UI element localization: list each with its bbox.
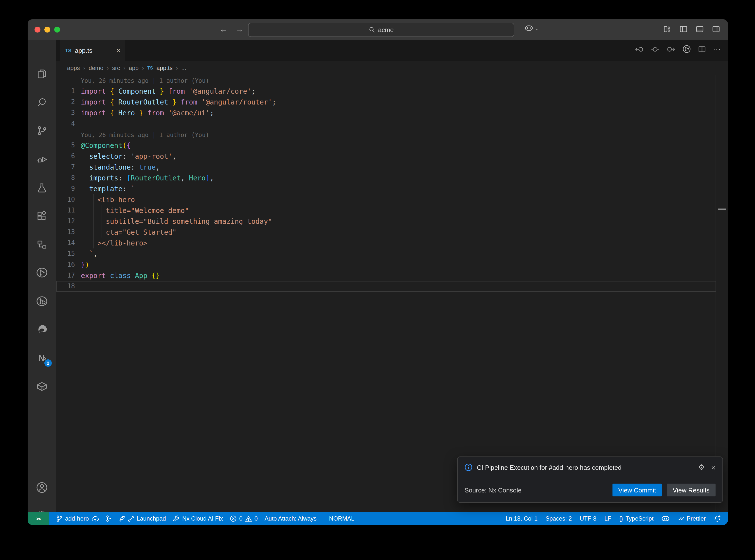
code-row[interactable]: 3import { Hero } from '@acme/ui'; bbox=[56, 107, 728, 118]
sidebar-item-hierarchy[interactable] bbox=[27, 233, 56, 256]
cursor-position-status-item[interactable]: Ln 18, Col 1 bbox=[506, 515, 538, 522]
code-row[interactable]: 7 standalone: true, bbox=[56, 162, 728, 173]
toggle-primary-sidebar-icon[interactable] bbox=[679, 25, 688, 33]
sidebar-item-testing[interactable] bbox=[27, 176, 56, 200]
branch-status-item[interactable]: add-hero bbox=[56, 515, 99, 522]
beaker-icon bbox=[36, 182, 48, 194]
language-status-item[interactable]: {}TypeScript bbox=[619, 515, 653, 522]
toggle-secondary-sidebar-icon[interactable] bbox=[712, 25, 720, 33]
close-window-button[interactable] bbox=[35, 27, 40, 33]
breadcrumb-item[interactable]: app bbox=[129, 64, 139, 71]
split-editor-icon[interactable] bbox=[698, 46, 706, 53]
code-row[interactable]: 9 template: ` bbox=[56, 183, 728, 194]
accounts-button[interactable] bbox=[27, 476, 56, 499]
commit-graph-status-item[interactable] bbox=[105, 515, 112, 522]
command-center-search[interactable]: acme bbox=[248, 23, 514, 37]
code-text: import { Hero } from '@acme/ui'; bbox=[81, 109, 214, 117]
code-row[interactable]: 14 ></lib-hero> bbox=[56, 238, 728, 248]
eol-status-item[interactable]: LF bbox=[604, 515, 611, 522]
editor[interactable]: You, 26 minutes ago | 1 author (You)1imp… bbox=[56, 75, 728, 512]
files-icon bbox=[36, 68, 48, 80]
search-value: acme bbox=[378, 26, 394, 34]
code-row[interactable]: 18 bbox=[56, 281, 716, 292]
breadcrumb-file[interactable]: app.ts bbox=[157, 64, 173, 71]
customize-layout-icon[interactable] bbox=[663, 25, 671, 33]
nx-cloud-fix-status-item[interactable]: Nx Cloud AI Fix bbox=[173, 515, 223, 522]
code-row[interactable]: 17export class App {} bbox=[56, 270, 728, 281]
gitlens-current-icon[interactable] bbox=[651, 46, 659, 53]
sidebar-item-gitlens[interactable] bbox=[27, 261, 56, 284]
code-text: subtitle="Build something amazing today" bbox=[81, 217, 272, 225]
code-row[interactable]: 1import { Component } from '@angular/cor… bbox=[56, 86, 728, 97]
sidebar-item-source-control[interactable] bbox=[27, 119, 56, 142]
commit-graph-icon[interactable] bbox=[682, 45, 691, 53]
sidebar-item-containers[interactable] bbox=[27, 375, 56, 398]
prettier-status-item[interactable]: ✓✓ Prettier bbox=[678, 515, 706, 522]
tab-close-icon[interactable]: × bbox=[116, 46, 120, 54]
notification-toast: CI Pipeline Execution for #add-hero has … bbox=[457, 457, 723, 503]
sidebar-item-explorer[interactable] bbox=[27, 62, 56, 86]
view-commit-button[interactable]: View Commit bbox=[613, 484, 662, 496]
vim-mode-status-item[interactable]: -- NORMAL -- bbox=[323, 515, 360, 522]
code-row[interactable]: 13 cta="Get Started" bbox=[56, 227, 728, 238]
code-row[interactable]: 12 subtitle="Build something amazing tod… bbox=[56, 216, 728, 227]
minimize-window-button[interactable] bbox=[44, 27, 50, 33]
breadcrumb-tail[interactable]: ... bbox=[181, 64, 186, 71]
more-actions-icon[interactable]: ··· bbox=[713, 45, 721, 53]
breadcrumb-item[interactable]: src bbox=[112, 64, 120, 71]
code-row[interactable]: 15 `, bbox=[56, 248, 728, 259]
code-row[interactable]: 16}) bbox=[56, 259, 728, 270]
sidebar-item-nx-console[interactable]: N› 2 bbox=[27, 346, 56, 370]
remote-indicator[interactable]: >< bbox=[27, 512, 49, 525]
sidebar-item-run-debug[interactable] bbox=[27, 147, 56, 171]
code-text: }) bbox=[81, 261, 89, 269]
history-back-button[interactable]: ← bbox=[219, 24, 228, 36]
indentation-label: Spaces: 2 bbox=[545, 515, 572, 522]
line-number: 17 bbox=[56, 270, 75, 281]
indent-guide bbox=[85, 162, 85, 173]
problems-status-item[interactable]: 0 0 bbox=[230, 515, 258, 522]
copilot-status-item[interactable] bbox=[661, 515, 670, 522]
code-row[interactable]: 8 imports: [RouterOutlet, Hero], bbox=[56, 173, 728, 183]
nx-icon: N› 2 bbox=[36, 352, 48, 365]
line-number: 8 bbox=[56, 173, 75, 183]
code-text: cta="Get Started" bbox=[81, 228, 177, 236]
view-results-button[interactable]: View Results bbox=[667, 484, 716, 496]
sidebar-item-search[interactable] bbox=[27, 91, 56, 114]
tab-app-ts[interactable]: TS app.ts × bbox=[60, 40, 125, 61]
encoding-status-item[interactable]: UTF-8 bbox=[580, 515, 596, 522]
gitlens-back-icon[interactable] bbox=[635, 46, 643, 53]
code-row[interactable]: 6 selector: 'app-root', bbox=[56, 151, 728, 162]
launchpad-status-item[interactable]: Launchpad bbox=[118, 515, 166, 522]
code-text: import { Component } from '@angular/core… bbox=[81, 87, 255, 95]
auto-attach-status-item[interactable]: Auto Attach: Always bbox=[264, 515, 317, 522]
sidebar-item-extensions[interactable] bbox=[27, 204, 56, 228]
sidebar-item-edge-tools[interactable] bbox=[27, 318, 56, 342]
breadcrumb-item[interactable]: demo bbox=[88, 64, 103, 71]
notification-settings-icon[interactable]: ⚙ bbox=[698, 463, 705, 472]
copilot-menu[interactable]: ⌄ bbox=[525, 25, 539, 32]
code-row[interactable]: 10 <lib-hero bbox=[56, 194, 728, 205]
gitlens-forward-icon[interactable] bbox=[667, 46, 675, 53]
code-row[interactable]: 11 title="Welcmoe demo" bbox=[56, 205, 728, 216]
history-forward-button[interactable]: → bbox=[235, 24, 244, 36]
zoom-window-button[interactable] bbox=[54, 27, 60, 33]
indentation-status-item[interactable]: Spaces: 2 bbox=[545, 515, 572, 522]
notification-close-icon[interactable]: × bbox=[711, 463, 716, 472]
blame-row: You, 26 minutes ago | 1 author (You) bbox=[56, 129, 728, 140]
sidebar-item-gitlens-inspect[interactable] bbox=[27, 289, 56, 313]
breadcrumb[interactable]: apps›demo›src›app›TSapp.ts›... bbox=[56, 61, 728, 75]
toggle-panel-icon[interactable] bbox=[696, 25, 704, 33]
code-row[interactable]: 4 bbox=[56, 118, 728, 129]
blame-row: You, 26 minutes ago | 1 author (You) bbox=[56, 75, 728, 86]
typescript-file-icon: TS bbox=[147, 65, 153, 70]
breadcrumb-item[interactable]: apps bbox=[67, 64, 80, 71]
chevron-right-icon: › bbox=[142, 65, 144, 71]
code-text: ></lib-hero> bbox=[81, 239, 147, 247]
cloud-upload-icon bbox=[91, 515, 99, 522]
code-row[interactable]: 5@Component({ bbox=[56, 140, 728, 151]
notifications-bell[interactable] bbox=[714, 515, 721, 522]
code-row[interactable]: 2import { RouterOutlet } from '@angular/… bbox=[56, 97, 728, 107]
line-number: 11 bbox=[56, 205, 75, 216]
chevron-right-icon: › bbox=[107, 65, 108, 71]
